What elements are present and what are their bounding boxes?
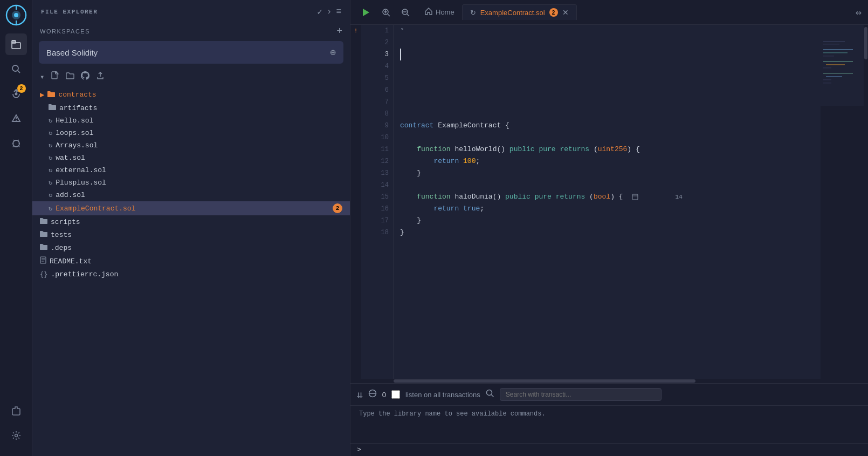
run-button[interactable] — [357, 4, 374, 21]
upload-icon[interactable] — [96, 71, 105, 83]
file-plusplus-sol[interactable]: ↻ Plusplus.sol — [32, 176, 350, 189]
menu-icon[interactable]: ≡ — [336, 7, 341, 17]
txt-file-icon — [40, 256, 46, 266]
line-num-7: 7 — [385, 96, 389, 108]
workspace-dropdown-icon: ⊕ — [330, 46, 336, 58]
github-icon[interactable] — [81, 71, 89, 83]
svg-rect-31 — [632, 194, 638, 200]
minimap — [821, 25, 864, 379]
deploy-button[interactable] — [5, 108, 27, 130]
code-line-10 — [400, 132, 814, 144]
code-line-13: } — [400, 167, 814, 179]
new-file-icon[interactable] — [51, 71, 59, 83]
svg-point-2 — [14, 13, 18, 17]
file-loops-sol[interactable]: ↻ loops.sol — [32, 127, 350, 139]
svg-point-8 — [12, 65, 18, 71]
line-num-18: 18 — [381, 227, 389, 239]
horizontal-scrollbar[interactable] — [350, 379, 868, 383]
folder-contracts[interactable]: ▶ contracts — [32, 88, 350, 101]
search-button[interactable] — [5, 58, 27, 80]
vertical-scrollbar[interactable] — [864, 25, 868, 379]
folder-deps-name: .deps — [51, 244, 342, 252]
tab-bar: Home ↻ ExampleContract.sol 2 ✕ — [417, 4, 851, 20]
tab-examplecontract[interactable]: ↻ ExampleContract.sol 2 ✕ — [462, 4, 577, 20]
file-external-sol[interactable]: ↻ external.sol — [32, 164, 350, 176]
file-examplecontract-sol[interactable]: ↻ ExampleContract.sol 2 — [32, 201, 350, 215]
code-line-11: function helloWorld() public pure return… — [400, 144, 814, 155]
line-num-4: 4 — [385, 60, 389, 72]
collapse-tree-icon[interactable]: ▾ — [40, 72, 44, 81]
plugin-manager-button[interactable] — [5, 400, 27, 421]
folder-deps-icon — [40, 243, 47, 252]
code-content-area[interactable]: ˢ contract ExampleContract { function he… — [394, 25, 821, 379]
folder-icon — [47, 91, 55, 99]
file-add-sol[interactable]: ↻ add.sol — [32, 189, 350, 201]
code-line-8 — [400, 108, 814, 120]
checkmark-icon[interactable]: ✓ — [317, 6, 322, 17]
folder-tests-name: tests — [51, 231, 342, 239]
svg-rect-46 — [821, 25, 864, 106]
listen-checkbox[interactable] — [391, 390, 400, 399]
zoom-out-button[interactable] — [398, 5, 413, 20]
folder-scripts[interactable]: scripts — [32, 215, 350, 228]
home-icon — [425, 8, 432, 17]
code-line-14 — [400, 179, 814, 191]
sidebar-title: FILE EXPLORER — [41, 9, 98, 15]
logo-icon[interactable] — [5, 4, 27, 26]
console-prompt: > — [357, 444, 361, 456]
file-examplecontract-sol-name: ExampleContract.sol — [56, 205, 329, 213]
chevron-down-icon[interactable]: ⇊ — [357, 389, 363, 400]
code-line-18: } — [400, 227, 814, 239]
file-toolbar: ▾ — [32, 68, 350, 86]
forward-icon[interactable]: › — [327, 7, 332, 17]
folder-artifacts[interactable]: artifacts — [32, 101, 350, 114]
line-num-15: 15 — [381, 191, 389, 203]
file-readme[interactable]: README.txt — [32, 254, 350, 268]
tab-examplecontract-badge: 2 — [549, 8, 558, 17]
file-wat-sol[interactable]: ↻ wat.sol — [32, 152, 350, 164]
compiler-button[interactable]: 2 — [5, 83, 27, 105]
tab-close-button[interactable]: ✕ — [562, 8, 569, 17]
file-hello-sol[interactable]: ↻ Hello.sol — [32, 114, 350, 127]
no-entry-icon[interactable] — [368, 389, 377, 400]
svg-rect-7 — [12, 40, 16, 43]
folder-open-icon: ▶ — [40, 90, 44, 99]
expand-icon[interactable]: ⇔ — [856, 6, 862, 18]
sol-refresh-icon-7: ↻ — [49, 191, 52, 199]
zoom-in-button[interactable] — [378, 5, 394, 20]
folder-scripts-name: scripts — [51, 218, 342, 226]
add-workspace-button[interactable]: + — [336, 26, 342, 37]
file-arrays-sol[interactable]: ↻ Arrays.sol — [32, 139, 350, 152]
console-prompt-line[interactable]: > — [350, 443, 868, 456]
code-line-9: contract ExampleContract { — [400, 120, 814, 132]
line-num-14: 14 — [381, 179, 389, 191]
code-line-17: } — [400, 215, 814, 227]
console-library-hint: Type the library name to see available c… — [359, 410, 859, 418]
console-search-input[interactable] — [500, 388, 662, 401]
folder-tests[interactable]: tests — [32, 228, 350, 241]
file-prettierrc[interactable]: {} .prettierrc.json — [32, 268, 350, 281]
new-folder-icon[interactable] — [66, 71, 74, 83]
folder-contracts-name: contracts — [58, 91, 342, 99]
svg-line-25 — [388, 14, 390, 16]
svg-marker-23 — [363, 9, 369, 16]
code-line-15: function haloDunia() public pure returns… — [400, 191, 814, 203]
h-scrollbar-thumb — [394, 379, 695, 383]
file-wat-sol-name: wat.sol — [56, 154, 342, 162]
file-explorer-button[interactable] — [5, 33, 27, 55]
file-tree: ▶ contracts artifacts ↻ Hello.sol ↻ loop… — [32, 86, 350, 456]
line-num-5: 5 — [385, 72, 389, 84]
file-hello-sol-name: Hello.sol — [56, 117, 342, 125]
tab-home[interactable]: Home — [417, 4, 462, 20]
code-line-12: return 100; — [400, 155, 814, 167]
folder-deps[interactable]: .deps — [32, 241, 350, 254]
editor-area: Home ↻ ExampleContract.sol 2 ✕ ⇔ ! — [350, 0, 868, 456]
debug-button[interactable] — [5, 133, 27, 154]
settings-button[interactable] — [5, 425, 27, 446]
workspace-selector[interactable]: Based Solidity ⊕ — [39, 41, 343, 64]
sidebar-header: FILE EXPLORER ✓ › ≡ — [32, 0, 350, 24]
sol-refresh-icon-2: ↻ — [49, 129, 52, 137]
svg-point-49 — [486, 390, 492, 395]
sol-refresh-icon-5: ↻ — [49, 166, 52, 174]
sol-refresh-icon-6: ↻ — [49, 179, 52, 187]
